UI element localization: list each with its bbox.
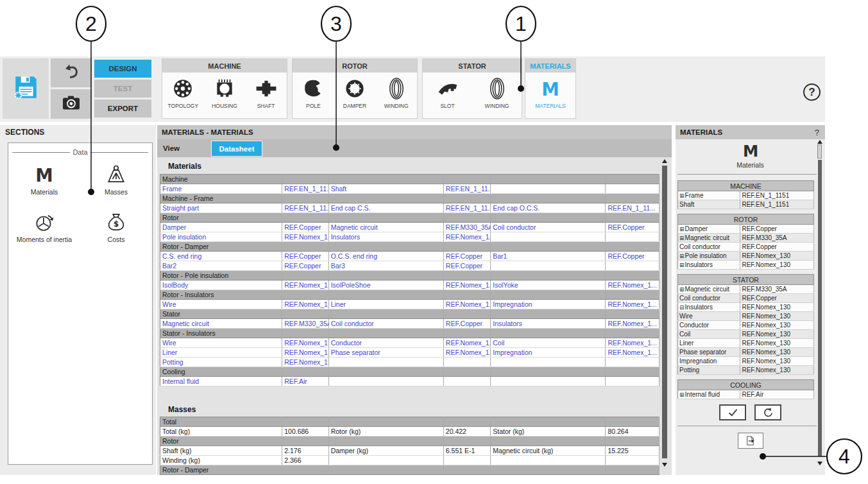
test-mode-button[interactable]: TEST <box>94 80 151 98</box>
cell-label[interactable]: Frame <box>160 184 282 194</box>
expand-plus-icon[interactable]: ⊞ <box>679 235 685 241</box>
cell-value[interactable]: REF.EN_1_11... <box>443 184 490 194</box>
cell-label[interactable]: Coil <box>491 338 606 348</box>
cell-value[interactable]: REF.Copper <box>606 223 660 232</box>
cell-label[interactable]: Wire <box>160 338 282 348</box>
cell-value[interactable]: REF.EN_1_11... <box>443 203 490 213</box>
tab-view[interactable]: View <box>163 139 180 157</box>
toolbar-button-topology[interactable]: TOPOLOGY <box>163 78 203 109</box>
cell-label[interactable]: Magnetic circuit <box>160 319 282 329</box>
assignment-row[interactable]: ⊞Magnetic circuitREF.M330_35A <box>678 234 814 243</box>
collapse-minus-icon[interactable]: ⊟ <box>679 304 685 311</box>
toolbar-button-winding[interactable]: WINDING <box>377 78 416 109</box>
cell-label[interactable]: Liner <box>160 348 282 358</box>
toolbar-button-materials[interactable]: MMATERIALS <box>531 78 570 109</box>
cell-label[interactable]: Bar1 <box>491 252 606 261</box>
cell-value[interactable]: REF.Copper <box>443 319 490 329</box>
cell-label[interactable]: Shaft <box>328 184 443 194</box>
assignment-row[interactable]: Coil conductorREF.Copper <box>678 294 814 303</box>
cell-label[interactable]: Bar3 <box>328 261 443 271</box>
cell-label[interactable]: C.S. end ring <box>160 252 282 261</box>
assignment-row[interactable]: ⊞Internal fluidREF.Air <box>678 390 814 399</box>
cell-label[interactable]: Wire <box>160 300 282 309</box>
cell-value[interactable]: REF.Nomex_1... <box>282 232 328 242</box>
material-ref-cell[interactable]: REF.Nomex_130 <box>740 312 814 321</box>
material-ref-cell[interactable]: REF.Copper <box>740 294 814 303</box>
assignment-row[interactable]: ⊞Magnetic circuitREF.M330_35A <box>678 285 814 294</box>
component-name-cell[interactable]: ⊞Internal fluid <box>678 390 740 399</box>
assignment-row[interactable]: ⊞DamperREF.Copper <box>678 225 814 234</box>
assignment-row[interactable]: ⊞InsulatorsREF.Nomex_130 <box>678 261 814 270</box>
material-ref-cell[interactable]: REF.Nomex_130 <box>740 357 814 366</box>
scrollbar-thumb[interactable] <box>662 166 667 458</box>
cell-label[interactable]: End cap C.S. <box>328 203 443 213</box>
component-name-cell[interactable]: Coil <box>678 330 740 339</box>
component-name-cell[interactable]: Coil conductor <box>678 294 740 303</box>
component-name-cell[interactable]: ⊞Insulators <box>678 261 740 270</box>
scroll-down-icon[interactable] <box>662 463 667 467</box>
component-name-cell[interactable]: Wire <box>678 312 740 321</box>
cell-value[interactable]: REF.M330_35A <box>443 223 490 232</box>
cell-value[interactable]: REF.Nomex_1... <box>606 300 660 309</box>
cell-value[interactable]: REF.Nomex_1... <box>443 281 490 290</box>
material-ref-cell[interactable]: REF.M330_35A <box>740 234 814 243</box>
cell-value[interactable]: REF.Nomex_1... <box>606 348 660 358</box>
toolbar-button-winding[interactable]: WINDING <box>477 78 517 109</box>
material-ref-cell[interactable]: REF.Nomex_130 <box>740 321 814 330</box>
toolbar-button-pole[interactable]: POLE <box>293 78 333 109</box>
component-name-cell[interactable]: Liner <box>678 339 740 348</box>
assignment-row[interactable]: ⊞FrameREF.EN_1_1151 <box>678 191 814 200</box>
cell-label[interactable]: Phase separator <box>328 348 443 358</box>
assignment-row[interactable]: ConductorREF.Nomex_130 <box>678 321 814 330</box>
section-item-masses[interactable]: Masses <box>80 164 152 196</box>
material-ref-cell[interactable]: REF.Nomex_130 <box>740 261 814 270</box>
component-name-cell[interactable]: Potting <box>678 366 740 375</box>
material-ref-cell[interactable]: REF.EN_1_1151 <box>740 191 814 200</box>
camera-button[interactable] <box>51 89 92 119</box>
design-mode-button[interactable]: DESIGN <box>94 60 151 78</box>
apply-button[interactable] <box>719 404 746 420</box>
scroll-up-icon[interactable] <box>662 159 667 163</box>
export-report-button[interactable] <box>738 433 763 449</box>
cell-value[interactable]: REF.Copper <box>282 261 328 271</box>
cell-value[interactable]: REF.Copper <box>282 223 328 232</box>
cell-label[interactable]: Insulators <box>328 232 443 242</box>
material-ref-cell[interactable]: REF.Copper <box>740 225 814 234</box>
toolbar-button-shaft[interactable]: SHAFT <box>246 78 286 109</box>
cell-value[interactable]: REF.Nomex_1... <box>282 348 328 358</box>
section-item-materials[interactable]: MMaterials <box>8 164 80 196</box>
cell-label[interactable]: Internal fluid <box>160 377 282 386</box>
cell-label[interactable]: Insulators <box>491 319 606 329</box>
save-button[interactable] <box>3 58 49 119</box>
material-ref-cell[interactable]: REF.Copper <box>740 243 814 252</box>
expand-plus-icon[interactable]: ⊞ <box>679 286 685 293</box>
cell-label[interactable]: Damper <box>160 223 282 232</box>
material-ref-cell[interactable]: REF.Nomex_130 <box>740 303 814 312</box>
material-ref-cell[interactable]: REF.Air <box>740 390 814 399</box>
component-name-cell[interactable]: Phase separator <box>678 348 740 357</box>
expand-plus-icon[interactable]: ⊞ <box>679 226 685 232</box>
scroll-down-icon[interactable] <box>817 462 822 465</box>
cell-value[interactable]: REF.Nomex_1... <box>443 232 490 242</box>
help-icon[interactable]: ? <box>803 83 821 101</box>
component-name-cell[interactable]: Shaft <box>678 200 740 209</box>
material-ref-cell[interactable]: REF.Nomex_130 <box>740 330 814 339</box>
cell-label[interactable]: Coil conductor <box>491 223 606 232</box>
cell-label[interactable]: Coil conductor <box>328 319 443 329</box>
section-item-costs[interactable]: $Costs <box>80 211 152 243</box>
cell-label[interactable]: Potting <box>160 358 282 367</box>
cell-value[interactable]: REF.M330_35A <box>282 319 328 329</box>
component-name-cell[interactable]: ⊞Damper <box>678 225 740 234</box>
cell-label[interactable]: IsolPoleShoe <box>328 281 443 290</box>
cell-value[interactable]: REF.Copper <box>282 252 328 261</box>
component-name-cell[interactable]: ⊞Pole insulation <box>678 252 740 261</box>
cell-value[interactable]: REF.Nomex_1... <box>443 338 490 348</box>
assignment-row[interactable]: ⊟InsulatorsREF.Nomex_130 <box>678 303 814 312</box>
component-name-cell[interactable]: ⊞Magnetic circuit <box>678 234 740 243</box>
cell-value[interactable]: REF.Nomex_1... <box>282 338 328 348</box>
export-mode-button[interactable]: EXPORT <box>94 99 151 117</box>
cell-label[interactable]: Impregnation <box>491 348 606 358</box>
component-name-cell[interactable]: Impregnation <box>678 357 740 366</box>
material-ref-cell[interactable]: REF.Nomex_130 <box>740 366 814 375</box>
right-panel-scrollbar[interactable] <box>817 139 823 475</box>
